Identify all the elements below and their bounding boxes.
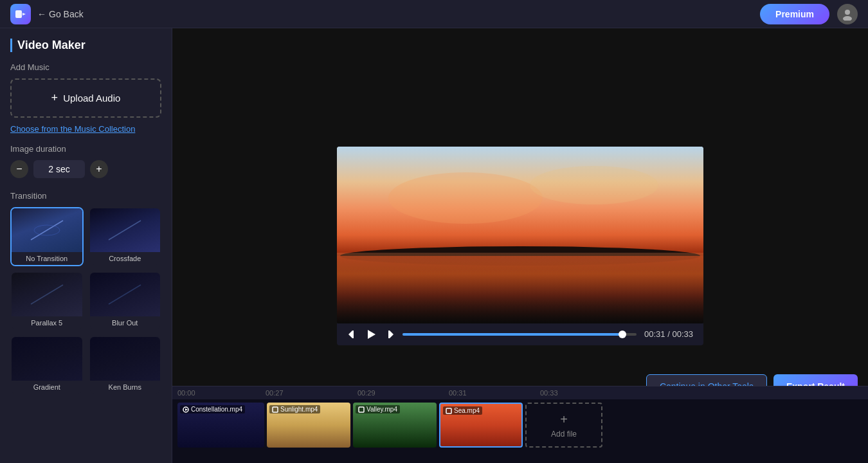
plus-icon: +	[560, 412, 568, 427]
transition-label: Transition	[10, 191, 161, 201]
go-back-label: Go Back	[49, 9, 84, 19]
transition-label-gradient: Gradient	[12, 381, 82, 394]
add-file-button[interactable]: + Add file	[525, 403, 602, 448]
timeline-area: 00:00 00:27 00:29 00:31 00:33 Constellat…	[172, 386, 868, 463]
progress-fill	[402, 333, 622, 336]
chevron-left-icon: ←	[37, 9, 46, 19]
upload-audio-button[interactable]: + Upload Audio	[10, 78, 161, 118]
duration-decrease-button[interactable]: −	[10, 160, 28, 178]
transition-thumb-ken-burns	[90, 337, 161, 381]
transition-label-blur-out: Blur Out	[90, 316, 161, 329]
clip-2-label: Sunlight.mp4	[269, 405, 320, 413]
topbar: ← Go Back Premium	[0, 0, 868, 28]
svg-rect-21	[352, 331, 354, 338]
timeline-tracks: Constellation.mp4 Sunlight.mp4 Valley.mp…	[172, 399, 868, 451]
transition-label-parallax5: Parallax 5	[12, 316, 82, 329]
play-button[interactable]	[365, 329, 377, 340]
svg-rect-15	[337, 147, 703, 323]
duration-input[interactable]	[33, 160, 85, 178]
timeline-ruler: 00:00 00:27 00:29 00:31 00:33	[172, 386, 868, 399]
duration-increase-button[interactable]: +	[90, 160, 108, 178]
svg-marker-20	[348, 331, 352, 338]
ruler-mark-4: 00:33	[540, 389, 558, 397]
skip-back-button[interactable]	[347, 329, 357, 340]
transition-grid: No Transition Crossfade	[10, 207, 161, 395]
video-preview	[337, 147, 703, 323]
clip-4-label: Sea.mp4	[443, 406, 482, 415]
transition-label-ken-burns: Ken Burns	[90, 381, 161, 394]
plus-icon: +	[51, 91, 59, 105]
ruler-mark-2: 00:29	[357, 389, 375, 397]
transition-item-no-transition[interactable]: No Transition	[10, 207, 84, 266]
add-file-label: Add file	[551, 430, 577, 439]
transition-label-crossfade: Crossfade	[90, 252, 161, 265]
current-time: 00:31	[644, 329, 665, 339]
progress-bar[interactable]	[402, 333, 637, 336]
transition-item-blur-out[interactable]: Blur Out	[89, 271, 162, 331]
sidebar-title: Video Maker	[10, 39, 161, 52]
total-time: 00:33	[672, 329, 693, 339]
ruler-mark-0: 00:00	[177, 389, 195, 397]
skip-forward-button[interactable]	[384, 329, 395, 340]
svg-marker-26	[185, 408, 188, 411]
svg-point-3	[843, 16, 852, 21]
time-display: 00:31 / 00:33	[644, 329, 693, 339]
svg-rect-0	[15, 10, 22, 18]
svg-rect-13	[28, 346, 66, 372]
video-player-container: 00:31 / 00:33	[337, 147, 703, 345]
timeline-clip-1[interactable]: Constellation.mp4	[177, 403, 264, 448]
svg-rect-27	[273, 407, 278, 412]
transition-item-crossfade[interactable]: Crossfade	[89, 207, 162, 266]
svg-marker-22	[368, 330, 375, 339]
duration-controls: − +	[10, 160, 161, 178]
transition-thumb-blur-out	[90, 273, 161, 316]
ruler-mark-1: 00:27	[266, 389, 284, 397]
transition-thumb-parallax5	[12, 273, 82, 316]
timeline-clip-3[interactable]: Valley.mp4	[353, 403, 437, 448]
image-duration-section: Image duration − +	[10, 144, 161, 178]
premium-button[interactable]: Premium	[760, 4, 829, 24]
transition-thumb-crossfade	[90, 208, 161, 252]
avatar[interactable]	[837, 4, 858, 24]
transition-thumb-no-transition	[12, 208, 82, 252]
transition-item-gradient[interactable]: Gradient	[10, 336, 84, 395]
timeline-clip-2[interactable]: Sunlight.mp4	[267, 403, 350, 448]
upload-audio-label: Upload Audio	[63, 93, 120, 104]
video-controls: 00:31 / 00:33	[337, 323, 703, 345]
svg-rect-17	[337, 256, 703, 323]
transition-item-ken-burns[interactable]: Ken Burns	[89, 336, 162, 395]
image-duration-label: Image duration	[10, 144, 161, 154]
add-music-label: Add Music	[10, 62, 161, 72]
svg-rect-29	[446, 408, 451, 413]
transition-item-parallax5[interactable]: Parallax 5	[10, 271, 84, 331]
go-back-button[interactable]: ← Go Back	[37, 9, 84, 19]
app-logo-icon	[10, 4, 31, 24]
svg-point-18	[388, 172, 543, 224]
svg-point-19	[530, 166, 658, 204]
transition-label-no-transition: No Transition	[12, 252, 82, 265]
clip-1-label: Constellation.mp4	[180, 405, 245, 413]
svg-marker-1	[23, 13, 26, 15]
topbar-left: ← Go Back	[10, 4, 84, 24]
transition-thumb-gradient	[12, 337, 82, 381]
music-collection-button[interactable]: Choose from the Music Collection	[10, 124, 135, 134]
svg-rect-24	[388, 331, 390, 338]
sidebar: Video Maker Add Music + Upload Audio Cho…	[0, 28, 172, 463]
clip-3-label: Valley.mp4	[356, 405, 400, 413]
svg-rect-28	[359, 407, 364, 412]
video-frame	[337, 147, 703, 323]
svg-point-2	[845, 10, 850, 15]
svg-rect-14	[105, 346, 144, 372]
timeline-clip-4[interactable]: Sea.mp4	[439, 403, 523, 448]
svg-point-16	[340, 246, 700, 266]
ruler-mark-3: 00:31	[449, 389, 467, 397]
svg-marker-23	[390, 331, 393, 338]
progress-knob[interactable]	[619, 331, 626, 338]
transition-section: Transition No Transition	[10, 191, 161, 395]
